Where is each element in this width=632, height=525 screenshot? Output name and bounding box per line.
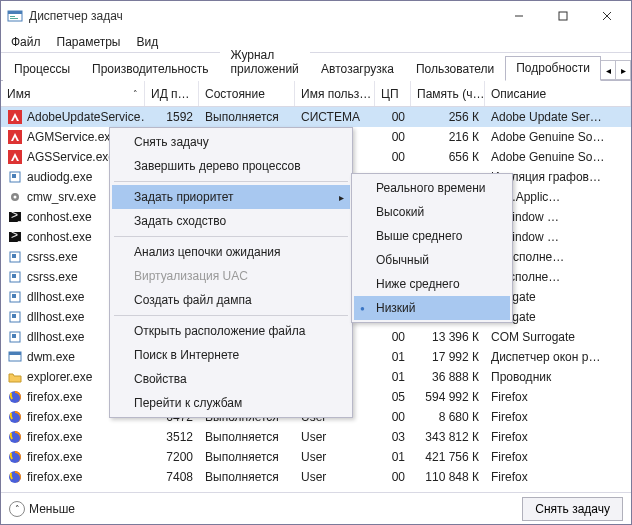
prio-normal[interactable]: Обычный xyxy=(354,248,510,272)
cell-user: User xyxy=(295,470,375,484)
cell-mem: 656 К xyxy=(411,150,485,164)
tab-performance[interactable]: Производительность xyxy=(81,57,219,81)
ctx-end-tree[interactable]: Завершить дерево процессов xyxy=(112,154,350,178)
menu-view[interactable]: Вид xyxy=(128,33,166,51)
col-user[interactable]: Имя польз… xyxy=(295,81,375,106)
svg-rect-30 xyxy=(9,352,21,355)
process-name: AdobeUpdateService… xyxy=(27,110,145,124)
ctx-set-priority[interactable]: Задать приоритет xyxy=(112,185,350,209)
sort-asc-icon: ˄ xyxy=(133,89,138,99)
minimize-button[interactable] xyxy=(497,1,541,31)
ctx-set-affinity[interactable]: Задать сходство xyxy=(112,209,350,233)
svg-rect-22 xyxy=(12,274,16,278)
cell-pid: 1592 xyxy=(145,110,199,124)
prio-low[interactable]: Низкий xyxy=(354,296,510,320)
cell-state: Выполняется xyxy=(199,470,295,484)
table-row[interactable]: firefox.exe7200ВыполняетсяUser01421 756 … xyxy=(1,447,631,467)
process-name: dllhost.exe xyxy=(27,330,84,344)
ctx-properties[interactable]: Свойства xyxy=(112,367,350,391)
col-pid[interactable]: ИД п… xyxy=(145,81,199,106)
col-cpu[interactable]: ЦП xyxy=(375,81,411,106)
tab-scroll-right[interactable]: ▸ xyxy=(615,60,631,80)
process-icon xyxy=(7,309,23,325)
process-icon xyxy=(7,429,23,445)
prio-above-normal[interactable]: Выше среднего xyxy=(354,224,510,248)
ctx-sep xyxy=(114,236,348,237)
process-name: firefox.exe xyxy=(27,470,82,484)
col-state[interactable]: Состояние xyxy=(199,81,295,106)
ctx-open-location[interactable]: Открыть расположение файла xyxy=(112,319,350,343)
priority-submenu: Реального времени Высокий Выше среднего … xyxy=(351,173,513,323)
cell-user: User xyxy=(295,430,375,444)
ctx-goto-services[interactable]: Перейти к службам xyxy=(112,391,350,415)
tab-users[interactable]: Пользователи xyxy=(405,57,505,81)
tab-apphistory[interactable]: Журнал приложений xyxy=(220,43,311,81)
close-button[interactable] xyxy=(585,1,629,31)
tab-startup[interactable]: Автозагрузка xyxy=(310,57,405,81)
process-icon: >_ xyxy=(7,229,23,245)
process-name: AGSService.exe xyxy=(27,150,115,164)
process-name: audiodg.exe xyxy=(27,170,92,184)
cell-mem: 13 396 К xyxy=(411,330,485,344)
menu-options[interactable]: Параметры xyxy=(49,33,129,51)
maximize-button[interactable] xyxy=(541,1,585,31)
svg-rect-3 xyxy=(10,18,18,19)
tab-scroll: ◂ ▸ xyxy=(601,60,631,80)
cell-pid: 7408 xyxy=(145,470,199,484)
tab-details[interactable]: Подробности xyxy=(505,56,601,81)
cell-cpu: 01 xyxy=(375,370,411,384)
svg-rect-20 xyxy=(12,254,16,258)
cell-mem: 216 К xyxy=(411,130,485,144)
process-icon xyxy=(7,189,23,205)
cell-mem: 256 К xyxy=(411,110,485,124)
tab-processes[interactable]: Процессы xyxy=(3,57,81,81)
table-row[interactable]: AdobeUpdateService…1592ВыполняетсяСИСТЕМ… xyxy=(1,107,631,127)
context-menu: Снять задачу Завершить дерево процессов … xyxy=(109,127,353,418)
prio-below-normal[interactable]: Ниже среднего xyxy=(354,272,510,296)
process-name: AGMService.exe xyxy=(27,130,117,144)
col-name[interactable]: Имя˄ xyxy=(1,81,145,106)
table-row[interactable]: firefox.exe3512ВыполняетсяUser03343 812 … xyxy=(1,427,631,447)
ctx-create-dump[interactable]: Создать файл дампа xyxy=(112,288,350,312)
ctx-end-task[interactable]: Снять задачу xyxy=(112,130,350,154)
process-name: cmw_srv.exe xyxy=(27,190,96,204)
cell-desc: Firefox xyxy=(485,410,631,424)
prio-high[interactable]: Высокий xyxy=(354,200,510,224)
cell-pid: 3512 xyxy=(145,430,199,444)
fewer-details-button[interactable]: ˄ Меньше xyxy=(9,501,75,517)
cell-user: User xyxy=(295,450,375,464)
end-task-button[interactable]: Снять задачу xyxy=(522,497,623,521)
cell-cpu: 01 xyxy=(375,450,411,464)
table-row[interactable]: firefox.exe7408ВыполняетсяUser00110 848 … xyxy=(1,467,631,487)
process-icon xyxy=(7,389,23,405)
process-icon xyxy=(7,369,23,385)
cell-pid: 7200 xyxy=(145,450,199,464)
cell-desc: COM Surrogate xyxy=(485,330,631,344)
process-name: firefox.exe xyxy=(27,450,82,464)
svg-text:>_: >_ xyxy=(11,230,22,242)
process-name: conhost.exe xyxy=(27,230,92,244)
process-name: dwm.exe xyxy=(27,350,75,364)
cell-cpu: 00 xyxy=(375,130,411,144)
ctx-search-online[interactable]: Поиск в Интернете xyxy=(112,343,350,367)
process-name: csrss.exe xyxy=(27,270,78,284)
col-desc[interactable]: Описание xyxy=(485,81,631,106)
ctx-wait-chain[interactable]: Анализ цепочки ожидания xyxy=(112,240,350,264)
tabbar: Процессы Производительность Журнал прило… xyxy=(1,53,631,81)
process-table[interactable]: AdobeUpdateService…1592ВыполняетсяСИСТЕМ… xyxy=(1,107,631,492)
ctx-sep xyxy=(114,315,348,316)
cell-cpu: 00 xyxy=(375,410,411,424)
svg-rect-2 xyxy=(10,16,15,17)
process-icon xyxy=(7,129,23,145)
cell-desc: Firefox xyxy=(485,390,631,404)
cell-desc: Firefox xyxy=(485,470,631,484)
tab-scroll-left[interactable]: ◂ xyxy=(600,60,616,80)
process-icon xyxy=(7,149,23,165)
column-header: Имя˄ ИД п… Состояние Имя польз… ЦП Памят… xyxy=(1,81,631,107)
cell-user: СИСТЕМА xyxy=(295,110,375,124)
cell-desc: Диспетчер окон р… xyxy=(485,350,631,364)
menu-file[interactable]: Файл xyxy=(3,33,49,51)
prio-realtime[interactable]: Реального времени xyxy=(354,176,510,200)
cell-name: firefox.exe xyxy=(1,429,145,445)
col-mem[interactable]: Память (ч… xyxy=(411,81,485,106)
